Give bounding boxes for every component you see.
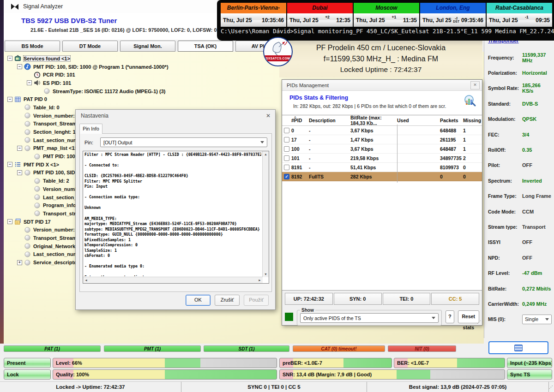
node-icon bbox=[24, 243, 31, 249]
tab-pin-info[interactable]: Pin Info bbox=[79, 124, 102, 134]
scroll-left-icon[interactable]: ◄ bbox=[83, 277, 89, 283]
tree-item-pcr-pid[interactable]: PCR PID: 101 bbox=[7, 71, 284, 79]
pid-checkbox[interactable] bbox=[284, 146, 289, 152]
nastavenia-dialog: Nastavenia ✕ Pin Info Pin: [OUT] Output … bbox=[75, 109, 276, 310]
tree-expander[interactable] bbox=[7, 56, 12, 61]
node-icon bbox=[24, 251, 31, 258]
tree-item-pat[interactable]: PAT PID 0 bbox=[7, 95, 284, 103]
help-button[interactable]: ? bbox=[446, 310, 454, 323]
app-titlebar[interactable]: Signal Analyzer bbox=[4, 0, 217, 13]
chevron-down-icon bbox=[260, 141, 264, 143]
tree-item-services[interactable]: Services found <1> bbox=[7, 54, 284, 63]
nit-table-indicator: NIT (0) bbox=[388, 345, 456, 352]
scroll-up-icon[interactable]: ▲ bbox=[263, 151, 269, 157]
dialog-titlebar[interactable]: Nastavenia ✕ bbox=[76, 110, 275, 122]
ts-status-cells: UP: 72:42:32 SYN: 0 TEI: 0 CC: 5 bbox=[285, 293, 479, 305]
tree-expander[interactable] bbox=[17, 64, 22, 69]
param-carrierwidth: CarrierWidth:0,249 MHz bbox=[488, 296, 553, 311]
tree-expander[interactable] bbox=[17, 260, 22, 265]
pid-row[interactable]: 0-3,67 Kbps6484881 bbox=[282, 126, 482, 135]
tuner-title: TBS 5927 USB DVB-S2 Tuner bbox=[21, 17, 117, 24]
tv-icon bbox=[14, 55, 21, 62]
pid-row[interactable]: 101-219,58 Kbps348977352 bbox=[282, 154, 482, 163]
tree-item-streamtype[interactable]: StreamType: ISO/IEC 11172 Audio (MPEG-1)… bbox=[7, 87, 284, 95]
tree-item-pmt-program[interactable]: PMT PID: 100, SID: 1000 @ Program 1 (*un… bbox=[7, 63, 284, 71]
node-icon bbox=[34, 202, 41, 209]
pid-checkbox[interactable] bbox=[284, 155, 289, 161]
pin-info-textbox[interactable]: Filter : MPC Stream Reader [HTTP] - CLSI… bbox=[83, 151, 269, 284]
syn-cell: SYN: 0 bbox=[334, 293, 382, 305]
pid-row-selected[interactable]: 8192FullTS282 Kbps00 bbox=[282, 172, 482, 181]
tree-expander[interactable] bbox=[7, 162, 12, 167]
tree-expander[interactable] bbox=[7, 97, 12, 102]
param-frame-type: Frame Type:Long Frame bbox=[488, 189, 553, 204]
vertical-scrollbar[interactable]: ▲▼ bbox=[262, 151, 269, 277]
show-group: Show Only active PIDS of the TS bbox=[297, 308, 442, 326]
param-code-mode: Code Mode:CCM bbox=[488, 204, 553, 219]
tree-item-es-pid[interactable]: ES PID: 101 bbox=[7, 79, 284, 87]
app-icon bbox=[10, 3, 19, 10]
cancel-button[interactable]: Zrušiť bbox=[215, 295, 240, 306]
param-rf-level: RF Level:-47 dBm bbox=[488, 265, 553, 280]
stream-record-button[interactable] bbox=[488, 341, 548, 354]
param-modulation: Modulation:QPSK bbox=[488, 112, 553, 127]
param-stream-type: Stream type:Transport bbox=[488, 219, 553, 234]
pid-checkbox[interactable] bbox=[284, 128, 289, 133]
close-icon[interactable]: ✕ bbox=[470, 81, 480, 89]
param-fec: FEC:3/4 bbox=[488, 127, 553, 142]
resize-grip[interactable]: ⋰ bbox=[477, 320, 481, 324]
pid-row[interactable]: 17-1,47 Kbps2611951 bbox=[282, 135, 482, 144]
tree-expander[interactable] bbox=[7, 219, 12, 224]
clock-icon bbox=[34, 71, 41, 78]
clock-time: 09:35 bbox=[536, 17, 550, 24]
pids-management-window: PIDs Management ✕ PIDs Stats & Filtering… bbox=[282, 79, 482, 326]
pid-checkbox-checked[interactable] bbox=[284, 174, 289, 179]
magnifier-chart-icon bbox=[463, 94, 476, 107]
param-bitrate: BitRate:0,272 Mbit/s bbox=[488, 281, 553, 296]
node-icon bbox=[24, 104, 31, 111]
tab-tsa[interactable]: TSA (OK) bbox=[178, 41, 233, 52]
node-icon bbox=[34, 178, 41, 184]
tab-bs-mode[interactable]: BS Mode bbox=[5, 41, 60, 52]
tab-signal-mon[interactable]: Signal Mon. bbox=[120, 41, 175, 52]
pids-table-header[interactable]: ˄ #PIDDescriptionBitRate (max: 184,33 Kb… bbox=[282, 115, 482, 126]
clock-offset: +1 bbox=[391, 15, 396, 19]
pid-row[interactable]: 8191-51,41 Kbps81099730 bbox=[282, 163, 482, 172]
horizontal-scrollbar[interactable]: ◄► bbox=[83, 277, 263, 283]
clock-time: 11:35 bbox=[403, 17, 417, 24]
param-frequency: Frequency:11599,337 MHz bbox=[488, 50, 553, 65]
console-window: Berlin-Paris-Vienna-Roma Thu, Jul 2510:3… bbox=[217, 0, 554, 41]
node-icon bbox=[24, 145, 31, 152]
tree-expander[interactable] bbox=[17, 170, 22, 175]
tree-expander[interactable] bbox=[27, 80, 32, 85]
quality-meter: Quality: 100% bbox=[53, 369, 277, 380]
clock-time: 09:35:46 bbox=[461, 17, 483, 24]
status-bar: Locked -> Uptime: 72:42:37 SYNC 0 | TEI … bbox=[0, 381, 554, 392]
scroll-down-icon[interactable]: ▼ bbox=[263, 271, 269, 277]
window-edge-stripe bbox=[0, 0, 4, 356]
close-icon[interactable]: ✕ bbox=[266, 113, 271, 119]
clock-london: London, Eng Thu, Jul 25-1DST09:35:46 bbox=[420, 3, 487, 27]
pids-window-titlebar[interactable]: PIDs Management ✕ bbox=[282, 80, 482, 91]
scroll-right-icon[interactable]: ► bbox=[257, 277, 263, 283]
tree-expander[interactable] bbox=[17, 146, 22, 151]
apply-button[interactable]: Použiť bbox=[244, 295, 269, 306]
pid-checkbox[interactable] bbox=[284, 137, 289, 143]
ok-button[interactable]: OK bbox=[186, 295, 211, 306]
show-filter-select[interactable]: Only active PIDS of the TS bbox=[300, 313, 439, 323]
node-icon bbox=[24, 226, 31, 233]
reset-stats-button[interactable]: Reset stats bbox=[458, 310, 479, 323]
tab-strip: BS Mode DT Mode Signal Mon. TSA (OK) AV … bbox=[4, 40, 299, 52]
pid-row[interactable]: 100-3,67 Kbps6484871 bbox=[282, 144, 482, 154]
sort-asc-icon: ˄ bbox=[294, 115, 296, 119]
pid-checkbox[interactable] bbox=[284, 165, 289, 170]
clock-time: 12:35 bbox=[336, 17, 350, 24]
banner-antenna-location: PF Prodelin 450 cm / Lucenec-Slovakia bbox=[279, 44, 482, 52]
tuner-subtitle: 21.6E - Eutelsat 21B _SES 16 (ID: 0216) … bbox=[30, 27, 217, 33]
banner-frequency: f=11599,530 MHz_H_ : Medina FM bbox=[279, 55, 482, 63]
app-title: Signal Analyzer bbox=[23, 3, 63, 10]
param-rolloff: RollOff:0.35 bbox=[488, 142, 553, 157]
tab-dt-mode[interactable]: DT Mode bbox=[62, 41, 118, 52]
pin-select[interactable]: [OUT] Output bbox=[100, 137, 267, 147]
mis-select[interactable]: Single bbox=[522, 315, 552, 324]
